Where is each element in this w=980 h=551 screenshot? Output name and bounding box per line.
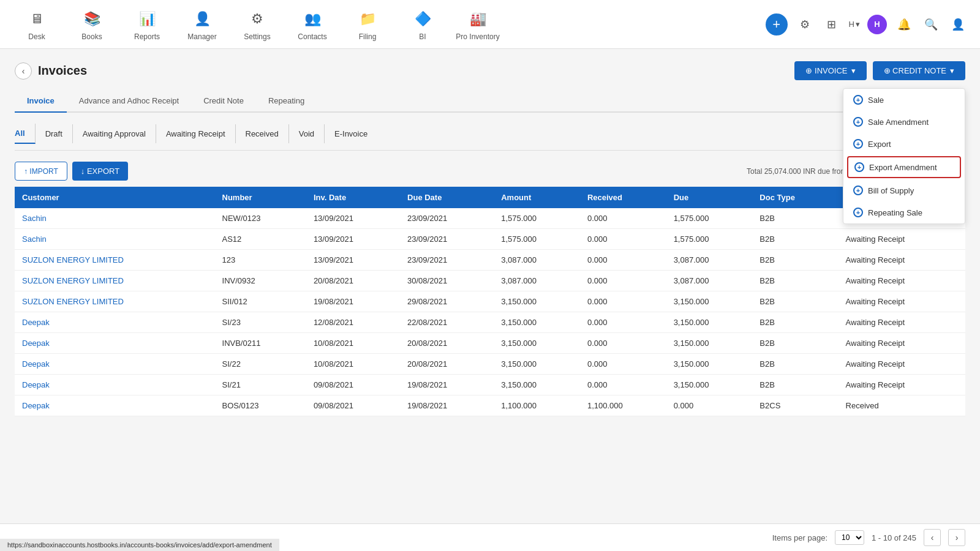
col-customer: Customer: [15, 187, 215, 208]
cell-due-2: 3,087.000: [666, 250, 753, 271]
nav-contacts-label: Contacts: [298, 32, 326, 41]
language-selector[interactable]: H ▾: [849, 20, 860, 29]
table-row[interactable]: Deepak SI/22 10/08/2021 20/08/2021 3,150…: [15, 354, 965, 375]
add-button[interactable]: +: [766, 13, 788, 36]
col-received: Received: [580, 187, 666, 208]
col-doc-type: Doc Type: [752, 187, 838, 208]
search-icon[interactable]: 🔍: [921, 15, 941, 34]
dropdown-bill-of-supply[interactable]: + Bill of Supply: [843, 179, 965, 201]
nav-bi-label: BI: [419, 32, 426, 41]
apps-icon[interactable]: ⊞: [822, 15, 842, 34]
cell-customer-3[interactable]: SUZLON ENERGY LIMITED: [15, 271, 215, 291]
cell-due-date-5: 22/08/2021: [400, 312, 494, 333]
nav-bi[interactable]: 🔷 BI: [398, 1, 447, 47]
cell-status-1: Awaiting Receipt: [839, 229, 965, 250]
filter-received[interactable]: Received: [236, 124, 289, 143]
cell-amount-9: 1,100.000: [494, 395, 580, 416]
export-plus-icon: +: [853, 139, 863, 149]
nav-desk-label: Desk: [28, 32, 45, 41]
cell-customer-0[interactable]: Sachin: [15, 208, 215, 229]
cell-status-5: Awaiting Receipt: [839, 312, 965, 333]
table-row[interactable]: Deepak SI/21 09/08/2021 19/08/2021 3,150…: [15, 375, 965, 395]
invoice-button[interactable]: ⊕ INVOICE ▾: [794, 61, 866, 80]
credit-note-container: ⊕ CREDIT NOTE ▾ + Sale + Sale Amendment …: [873, 61, 966, 80]
user-profile-icon[interactable]: 👤: [948, 15, 968, 34]
cell-status-3: Awaiting Receipt: [839, 271, 965, 291]
credit-note-button[interactable]: ⊕ CREDIT NOTE ▾: [873, 61, 966, 80]
back-button[interactable]: ‹: [15, 62, 32, 80]
nav-pro-inventory[interactable]: 🏭 Pro Inventory: [453, 1, 502, 47]
tab-credit-note[interactable]: Credit Note: [191, 90, 256, 113]
tab-invoice[interactable]: Invoice: [15, 90, 67, 113]
export-button-label: ↓ EXPORT: [81, 167, 119, 176]
cell-customer-1[interactable]: Sachin: [15, 229, 215, 250]
table-row[interactable]: Deepak SI/23 12/08/2021 22/08/2021 3,150…: [15, 312, 965, 333]
cell-status-7: Awaiting Receipt: [839, 354, 965, 375]
filter-e-invoice[interactable]: E-Invoice: [325, 124, 377, 143]
sale-plus-icon: +: [853, 95, 863, 105]
page-title-row: ‹ Invoices: [15, 62, 87, 80]
table-row[interactable]: Sachin NEW/0123 13/09/2021 23/09/2021 1,…: [15, 208, 965, 229]
export-amendment-plus-icon: +: [854, 162, 864, 172]
notification-icon[interactable]: 🔔: [894, 15, 914, 34]
nav-right-controls: + ⚙ ⊞ H ▾ H 🔔 🔍 👤: [766, 13, 968, 36]
dropdown-sale-amendment[interactable]: + Sale Amendment: [843, 111, 965, 133]
dropdown-export[interactable]: + Export: [843, 133, 965, 155]
table-row[interactable]: Sachin AS12 13/09/2021 23/09/2021 1,575.…: [15, 229, 965, 250]
dropdown-repeating-sale[interactable]: + Repeating Sale: [843, 201, 965, 223]
filter-all[interactable]: All: [15, 124, 36, 144]
filter-awaiting-receipt-label: Awaiting Receipt: [166, 129, 225, 138]
table-row[interactable]: Deepak INVB/0211 10/08/2021 20/08/2021 3…: [15, 333, 965, 354]
cell-customer-9[interactable]: Deepak: [15, 395, 215, 416]
invoice-tabs: Invoice Advance and Adhoc Receipt Credit…: [15, 90, 965, 113]
cell-amount-8: 3,150.000: [494, 375, 580, 395]
user-avatar[interactable]: H: [867, 15, 887, 34]
nav-manager[interactable]: 👤 Manager: [178, 1, 227, 47]
cell-due-date-4: 29/08/2021: [400, 291, 494, 312]
cell-inv-date-1: 13/09/2021: [306, 229, 400, 250]
cell-customer-4[interactable]: SUZLON ENERGY LIMITED: [15, 291, 215, 312]
page-header: ‹ Invoices ⊕ INVOICE ▾ ⊕ CREDIT NOTE ▾ +…: [15, 61, 965, 80]
export-button[interactable]: ↓ EXPORT: [72, 162, 128, 181]
cell-doc-type-1: B2B: [752, 229, 838, 250]
nav-items: 🖥 Desk 📚 Books 📊 Reports 👤 Manager ⚙ Set…: [12, 1, 766, 47]
tab-repeating[interactable]: Repeating: [256, 90, 317, 113]
nav-settings[interactable]: ⚙ Settings: [233, 1, 282, 47]
tab-advance-adhoc[interactable]: Advance and Adhoc Receipt: [67, 90, 191, 113]
dropdown-export-amendment[interactable]: + Export Amendment: [847, 156, 961, 178]
nav-desk[interactable]: 🖥 Desk: [12, 1, 61, 47]
table-row[interactable]: SUZLON ENERGY LIMITED 123 13/09/2021 23/…: [15, 250, 965, 271]
filter-void[interactable]: Void: [289, 124, 325, 143]
invoices-table: Customer Number Inv. Date Due Date Amoun…: [15, 187, 965, 416]
filter-awaiting-approval[interactable]: Awaiting Approval: [73, 124, 156, 143]
cell-customer-2[interactable]: SUZLON ENERGY LIMITED: [15, 250, 215, 271]
table-row[interactable]: Deepak BOS/0123 09/08/2021 19/08/2021 1,…: [15, 395, 965, 416]
filter-awaiting-receipt[interactable]: Awaiting Receipt: [156, 124, 236, 143]
cell-inv-date-6: 10/08/2021: [306, 333, 400, 354]
dropdown-sale-label: Sale: [868, 96, 884, 105]
cell-status-4: Awaiting Receipt: [839, 291, 965, 312]
gear-icon[interactable]: ⚙: [795, 15, 815, 34]
import-button[interactable]: ↑ IMPORT: [15, 162, 67, 181]
filter-draft[interactable]: Draft: [36, 124, 73, 143]
cell-due-7: 3,150.000: [666, 354, 753, 375]
table-row[interactable]: SUZLON ENERGY LIMITED SII/012 19/08/2021…: [15, 291, 965, 312]
cell-customer-6[interactable]: Deepak: [15, 333, 215, 354]
nav-reports[interactable]: 📊 Reports: [123, 1, 172, 47]
nav-filing[interactable]: 📁 Filing: [343, 1, 392, 47]
cell-inv-date-9: 09/08/2021: [306, 395, 400, 416]
dropdown-sale[interactable]: + Sale: [843, 89, 965, 111]
sale-amendment-plus-icon: +: [853, 117, 863, 127]
dropdown-export-label: Export: [868, 140, 891, 149]
invoice-dropdown-arrow: ▾: [851, 66, 856, 75]
nav-books[interactable]: 📚 Books: [67, 1, 116, 47]
cell-customer-7[interactable]: Deepak: [15, 354, 215, 375]
cell-amount-1: 1,575.000: [494, 229, 580, 250]
table-row[interactable]: SUZLON ENERGY LIMITED INV/0932 20/08/202…: [15, 271, 965, 291]
cell-doc-type-9: B2CS: [752, 395, 838, 416]
cell-number-9: BOS/0123: [215, 395, 306, 416]
nav-contacts[interactable]: 👥 Contacts: [288, 1, 337, 47]
filter-awaiting-approval-label: Awaiting Approval: [83, 129, 146, 138]
cell-customer-5[interactable]: Deepak: [15, 312, 215, 333]
cell-customer-8[interactable]: Deepak: [15, 375, 215, 395]
